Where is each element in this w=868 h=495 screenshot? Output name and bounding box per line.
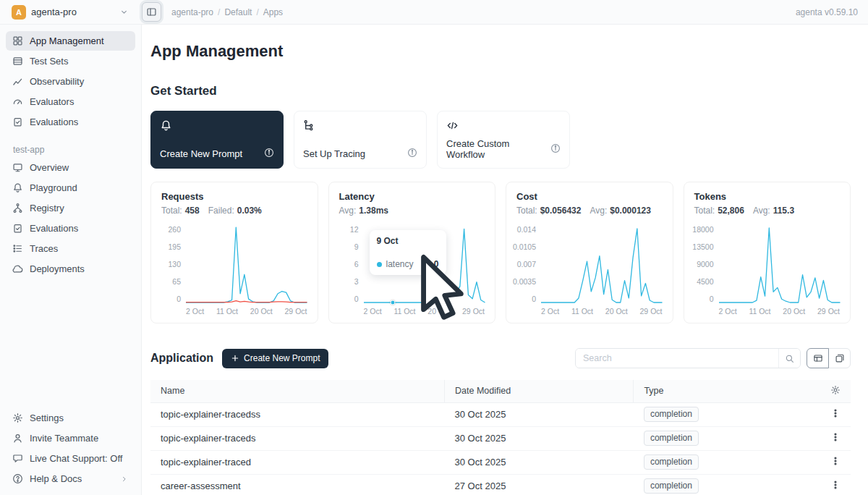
card-view-button[interactable] <box>828 348 851 368</box>
trace-icon <box>303 119 417 134</box>
type-tag: completion <box>644 407 699 422</box>
x-axis: 2 Oct11 Oct20 Oct29 Oct <box>186 307 307 316</box>
sidebar-item-deployments[interactable]: Deployments <box>6 259 135 279</box>
breadcrumb-item-project[interactable]: Default <box>224 7 263 17</box>
sidebar-item-label: Observability <box>30 76 84 87</box>
sidebar-item-label: Evaluations <box>30 117 78 127</box>
topbar: A agenta-pro agenta-pro Default Apps age… <box>0 0 868 25</box>
user-icon <box>12 433 23 444</box>
sidebar-item-overview[interactable]: Overview <box>6 158 135 177</box>
set-up-tracing-card[interactable]: Set Up Tracing <box>294 111 427 169</box>
stat-title: Tokens <box>694 191 841 202</box>
info-icon[interactable] <box>264 148 274 160</box>
search-icon <box>785 354 794 363</box>
sidebar-item-traces[interactable]: Traces <box>6 239 135 258</box>
application-section: Application Create New Prompt N <box>150 348 851 495</box>
column-header-date-modified[interactable]: Date Modified <box>445 380 634 402</box>
table-view-button[interactable] <box>807 348 829 368</box>
sidebar-item-label: Evaluations <box>30 223 78 234</box>
gear-icon <box>12 412 23 423</box>
table-settings-gear-icon[interactable] <box>830 387 841 397</box>
info-icon[interactable] <box>550 143 561 156</box>
app-name: career-assessment <box>150 474 445 495</box>
x-axis: 2 Oct11 Oct20 Oct29 Oct <box>719 307 841 316</box>
sidebar-item-help-docs[interactable]: Help & Docs <box>6 469 135 488</box>
sidebar-item-app-evaluations[interactable]: Evaluations <box>6 219 135 238</box>
stat-meta: Total:$0.056432 Avg:$0.000123 <box>516 206 663 216</box>
row-menu-button[interactable] <box>830 432 841 442</box>
search-box <box>575 348 801 368</box>
application-heading: Application <box>150 352 213 365</box>
stat-title: Cost <box>516 191 663 202</box>
sidebar-item-label: Settings <box>30 412 64 423</box>
tooltip-series-dot <box>377 262 382 267</box>
workspace-selector[interactable]: A agenta-pro <box>6 2 135 22</box>
row-menu-button[interactable] <box>830 456 841 466</box>
sidebar-item-label: Invite Teammate <box>30 433 98 444</box>
sidebar-item-live-chat-support[interactable]: Live Chat Support: Off <box>6 449 135 468</box>
create-new-prompt-button[interactable]: Create New Prompt <box>222 349 328 368</box>
sidebar-item-registry[interactable]: Registry <box>6 198 135 218</box>
stat-title: Requests <box>161 191 307 202</box>
sidebar-main-nav: App Management Test Sets Observability E… <box>0 31 141 132</box>
panel-icon <box>146 7 157 17</box>
stats-row: Requests Total:458 Failed:0.03% 26019513… <box>150 182 851 323</box>
cursor-icon <box>386 250 507 327</box>
table-row[interactable]: career-assessment 27 Oct 2025 completion <box>150 474 851 495</box>
row-menu-button[interactable] <box>830 480 841 490</box>
breadcrumb-item-workspace[interactable]: agenta-pro <box>171 7 224 17</box>
help-icon <box>12 473 23 484</box>
sidebar-item-evaluators[interactable]: Evaluators <box>6 92 135 111</box>
sidebar-item-observability[interactable]: Observability <box>6 72 135 91</box>
card-label: Create Custom Workflow <box>446 138 550 160</box>
chevron-down-icon <box>119 7 129 17</box>
sidebar-item-evaluations[interactable]: Evaluations <box>6 112 135 132</box>
sidebar-item-label: Traces <box>30 243 58 254</box>
monitor-icon <box>12 162 23 173</box>
clipboard-check-icon <box>12 117 23 127</box>
view-toggle <box>807 348 851 368</box>
info-icon[interactable] <box>407 148 417 160</box>
sidebar: App Management Test Sets Observability E… <box>0 25 142 495</box>
workspace-avatar: A <box>12 5 26 20</box>
sidebar-item-label: Test Sets <box>30 56 68 67</box>
application-toolbar: Application Create New Prompt <box>150 348 851 368</box>
app-name: topic-explainer-tracedss <box>150 402 445 426</box>
sidebar-item-invite-teammate[interactable]: Invite Teammate <box>6 428 135 448</box>
breadcrumb-item-apps: Apps <box>263 7 283 17</box>
sidebar-item-label: Evaluators <box>30 96 74 107</box>
table-row[interactable]: topic-explainer-traced 30 Oct 2025 compl… <box>150 450 851 474</box>
sidebar-item-settings[interactable]: Settings <box>6 408 135 428</box>
row-menu-button[interactable] <box>830 408 841 418</box>
sidebar-toggle-button[interactable] <box>142 2 161 22</box>
type-tag: completion <box>644 454 699 470</box>
table-row[interactable]: topic-explainer-traceds 30 Oct 2025 comp… <box>150 426 851 450</box>
table-row[interactable]: topic-explainer-tracedss 30 Oct 2025 com… <box>150 402 851 426</box>
workspace-name: agenta-pro <box>31 7 77 17</box>
type-tag: completion <box>644 431 699 446</box>
create-custom-workflow-card[interactable]: Create Custom Workflow <box>437 111 570 169</box>
card-label: Set Up Tracing <box>303 148 365 159</box>
sidebar-item-app-management[interactable]: App Management <box>6 31 135 51</box>
y-axis: 129630 <box>339 226 364 302</box>
code-icon <box>446 119 561 134</box>
list-icon <box>12 243 23 254</box>
get-started-cards: Create New Prompt Set Up Tracing Create … <box>150 111 851 169</box>
breadcrumb: agenta-pro Default Apps <box>171 7 283 17</box>
search-input[interactable] <box>576 349 778 368</box>
table-icon <box>12 56 23 67</box>
app-version: agenta v0.59.10 <box>796 7 858 17</box>
sidebar-item-label: Overview <box>30 162 69 173</box>
sidebar-item-test-sets[interactable]: Test Sets <box>6 51 135 71</box>
chat-icon <box>12 453 23 464</box>
create-new-prompt-card[interactable]: Create New Prompt <box>150 111 284 169</box>
column-header-type[interactable]: Type <box>634 380 809 402</box>
get-started-heading: Get Started <box>150 84 851 98</box>
page-title: App Management <box>150 42 851 61</box>
table-header-row: Name Date Modified Type <box>150 380 851 402</box>
requests-chart <box>186 226 307 302</box>
sidebar-item-label: Help & Docs <box>30 473 82 484</box>
column-header-name[interactable]: Name <box>150 380 445 402</box>
search-button[interactable] <box>778 349 800 368</box>
sidebar-item-playground[interactable]: Playground <box>6 178 135 198</box>
